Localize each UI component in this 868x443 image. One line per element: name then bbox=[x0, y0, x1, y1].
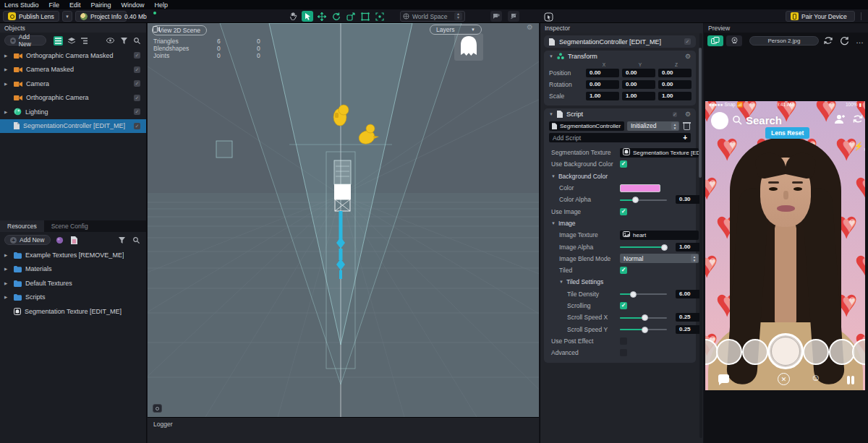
transform-input[interactable]: 0.00 bbox=[658, 69, 692, 77]
expand-caret-icon[interactable]: ▶ bbox=[4, 295, 10, 299]
transform-input[interactable]: 1.00 bbox=[622, 92, 655, 100]
expand-caret-icon[interactable]: ▶ bbox=[4, 110, 10, 114]
tree-item-default-textures[interactable]: ▶Default Textures bbox=[0, 276, 146, 291]
focus-center-icon[interactable] bbox=[374, 11, 386, 22]
object-enabled-checkbox[interactable]: ✓ bbox=[684, 38, 691, 45]
spinner-icon[interactable]: ▲▼ bbox=[454, 12, 462, 20]
menu-lens-studio[interactable]: Lens Studio bbox=[4, 1, 39, 9]
collapse-caret-icon[interactable]: ▼ bbox=[549, 54, 553, 59]
lens-item[interactable] bbox=[742, 339, 768, 365]
flip-camera-icon[interactable] bbox=[852, 113, 864, 124]
tree-item-lighting[interactable]: ▶Lighting✓ bbox=[0, 105, 146, 119]
lens-preview-image[interactable]: ♥♥♥♥♥♥♥♥♥♥♥♥♥♥♥♥♥♥♥♥♥♥♥♥♥♥♥♥♥♥♥♥♥♥♥♥♥♥♥♥… bbox=[705, 101, 865, 390]
visibility-checkbox[interactable]: ✓ bbox=[134, 80, 140, 87]
resource-button-image-texture[interactable]: heart bbox=[620, 231, 699, 240]
more-options-icon[interactable]: … bbox=[856, 36, 864, 45]
inspector-scrollbar[interactable] bbox=[699, 33, 702, 438]
dropdown-image-blend-mode[interactable]: Normal▲▼ bbox=[620, 254, 699, 263]
search-bar[interactable]: Search bbox=[733, 114, 782, 126]
menu-window[interactable]: Window bbox=[122, 1, 145, 9]
tab-resources[interactable]: Resources bbox=[0, 220, 44, 232]
bubble-toggle-a-icon[interactable] bbox=[490, 11, 502, 22]
transform-input[interactable]: 0.00 bbox=[586, 80, 619, 89]
expand-caret-icon[interactable]: ▶ bbox=[4, 53, 10, 58]
rotate-icon[interactable] bbox=[331, 11, 342, 22]
pan-hand-icon[interactable] bbox=[287, 11, 299, 22]
tree-item-segmentationcontroller-edit-me[interactable]: SegmentationController [EDIT_ME]✓ bbox=[0, 119, 146, 134]
transform-input[interactable]: 0.00 bbox=[586, 69, 619, 77]
publish-dropdown-caret[interactable]: ▼ bbox=[62, 11, 72, 22]
group-caret-icon[interactable]: ▼ bbox=[551, 221, 556, 225]
group-caret-icon[interactable]: ▼ bbox=[551, 174, 556, 179]
collapse-caret-icon[interactable]: ▼ bbox=[549, 112, 553, 116]
expand-caret-icon[interactable]: ▶ bbox=[4, 253, 10, 257]
list-view-icon[interactable] bbox=[54, 36, 63, 46]
checkbox-scrolling[interactable]: ✓ bbox=[620, 302, 627, 309]
close-lens-icon[interactable]: ✕ bbox=[778, 373, 790, 385]
checkbox-use-post-effect[interactable] bbox=[620, 337, 627, 345]
visibility-checkbox[interactable]: ✓ bbox=[134, 66, 140, 73]
tree-item-segmentation-texture-edit-me[interactable]: Segmentation Texture [EDIT_ME] bbox=[0, 304, 146, 319]
visibility-checkbox[interactable]: ✓ bbox=[134, 95, 140, 101]
transform-input[interactable]: 0.00 bbox=[658, 80, 692, 89]
local-space-icon[interactable] bbox=[345, 11, 357, 22]
lens-item[interactable] bbox=[829, 339, 855, 365]
spinner-icon[interactable]: ▲▼ bbox=[671, 122, 678, 130]
slider-value[interactable]: 6.00 bbox=[676, 290, 702, 298]
rect-transform-icon[interactable] bbox=[359, 11, 371, 22]
expand-caret-icon[interactable]: ▶ bbox=[4, 267, 10, 271]
objects-add-new-button[interactable]: +Add New bbox=[4, 35, 46, 46]
resources-add-new-button[interactable]: +Add New bbox=[4, 235, 51, 245]
tab-scene-config[interactable]: Scene Config bbox=[44, 220, 95, 232]
expand-caret-icon[interactable]: ▶ bbox=[4, 281, 10, 285]
logger-panel[interactable]: Logger bbox=[148, 417, 539, 443]
group-caret-icon[interactable]: ▼ bbox=[559, 280, 563, 284]
transform-input[interactable]: 1.00 bbox=[658, 92, 692, 100]
script-enabled-checkbox[interactable]: ✓ bbox=[673, 111, 677, 118]
tree-item-example-textures-remove-me[interactable]: ▶Example Textures [REMOVE_ME] bbox=[0, 248, 146, 262]
viewport-settings-gear-icon[interactable]: ⚙ bbox=[527, 23, 533, 31]
tree-item-camera[interactable]: ▶Camera✓ bbox=[0, 77, 146, 91]
add-script-button[interactable]: Add Script+ bbox=[549, 133, 691, 142]
slider-value[interactable]: 0.25 bbox=[676, 325, 702, 334]
pair-your-device-button[interactable]: Pair Your Device bbox=[786, 11, 855, 22]
visibility-checkbox[interactable]: ✓ bbox=[134, 52, 140, 59]
checkbox-use-image[interactable]: ✓ bbox=[620, 208, 627, 215]
transform-input[interactable]: 1.00 bbox=[586, 92, 619, 100]
capture-button[interactable] bbox=[767, 333, 804, 369]
checkbox-advanced[interactable] bbox=[620, 349, 627, 356]
expand-caret-icon[interactable]: ▶ bbox=[4, 82, 10, 86]
search-icon[interactable] bbox=[131, 236, 142, 245]
lens-carousel[interactable] bbox=[705, 331, 865, 373]
transform-gear-icon[interactable]: ⚙ bbox=[685, 53, 691, 60]
script-event-dropdown[interactable]: Initialized ▲▼ bbox=[627, 121, 679, 131]
eye-icon[interactable] bbox=[106, 36, 115, 46]
touch-simulation-icon[interactable] bbox=[542, 12, 554, 22]
slider-value[interactable]: 1.00 bbox=[676, 243, 702, 251]
view-2d-scene-button[interactable]: View 2D Scene bbox=[152, 25, 207, 35]
expand-caret-icon[interactable]: ▶ bbox=[4, 67, 10, 72]
tree-view-icon[interactable] bbox=[80, 36, 90, 46]
lens-item[interactable] bbox=[852, 339, 865, 365]
filter-icon[interactable] bbox=[116, 236, 127, 245]
checkbox-use-background-color[interactable]: ✓ bbox=[620, 160, 627, 168]
delete-script-icon[interactable] bbox=[684, 122, 691, 130]
slider-value[interactable]: 0.30 bbox=[676, 195, 702, 204]
chat-icon[interactable] bbox=[718, 374, 729, 383]
reset-preview-icon[interactable] bbox=[840, 36, 849, 46]
transform-input[interactable]: 0.00 bbox=[622, 80, 655, 89]
slider-scroll-speed-y[interactable] bbox=[620, 325, 667, 333]
lens-reset-button[interactable]: Lens Reset bbox=[765, 127, 809, 139]
add-friend-icon[interactable] bbox=[834, 114, 846, 124]
move-axes-icon[interactable] bbox=[316, 11, 328, 22]
preview-source-dropdown[interactable]: Person 2.jpg bbox=[749, 36, 819, 46]
menu-pairing[interactable]: Pairing bbox=[91, 1, 111, 9]
webcam-mode-icon[interactable] bbox=[726, 35, 742, 46]
material-sphere-icon[interactable] bbox=[54, 236, 65, 245]
menu-edit[interactable]: Edit bbox=[69, 1, 81, 9]
shader-doc-icon[interactable] bbox=[69, 236, 80, 245]
resource-button-segmentation-texture[interactable]: Segmentation Texture [EDIT_ME] bbox=[620, 148, 699, 158]
bubble-toggle-b-icon[interactable] bbox=[508, 11, 519, 22]
select-cursor-icon[interactable] bbox=[302, 11, 313, 22]
menu-help[interactable]: Help bbox=[155, 1, 169, 9]
